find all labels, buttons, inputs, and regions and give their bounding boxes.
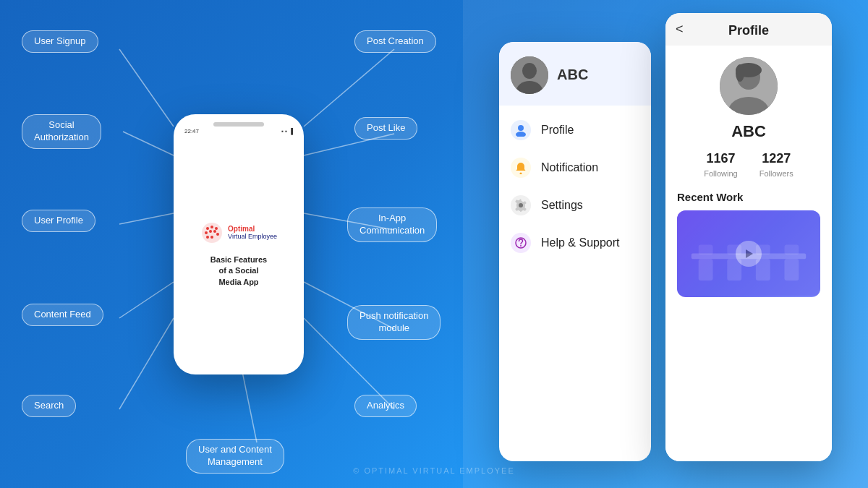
profile-name: ABC: [731, 122, 766, 141]
menu-card-header: ABC: [499, 42, 651, 106]
profile-following-count: 1167: [704, 151, 737, 166]
profile-followers: 1227 Followers: [760, 151, 793, 179]
menu-avatar: [511, 56, 548, 94]
profile-following-label: Following: [704, 169, 737, 178]
profile-avatar-image: [720, 57, 778, 115]
settings-icon: [511, 195, 531, 215]
svg-point-13: [210, 226, 213, 228]
svg-point-18: [206, 236, 209, 239]
brand-logo-icon: [200, 221, 224, 244]
svg-point-14: [215, 227, 218, 230]
menu-card: ABC Profile Notification Settings: [499, 42, 651, 461]
svg-rect-38: [727, 259, 741, 281]
phone-icons: ▪ ▪ ▐: [281, 128, 293, 134]
menu-item-profile-label: Profile: [541, 124, 574, 137]
phone-main-title: Basic Features of a Social Media App: [210, 254, 267, 288]
menu-items: Profile Notification Settings Help & Sup…: [499, 106, 651, 267]
feature-post-creation: Post Creation: [354, 30, 436, 53]
menu-item-help[interactable]: Help & Support: [511, 233, 639, 253]
profile-stats: 1167 Following 1227 Followers: [704, 151, 793, 179]
phone-mockup: 22:47 ▪ ▪ ▐: [174, 114, 304, 374]
menu-item-notification[interactable]: Notification: [511, 158, 639, 178]
menu-item-help-label: Help & Support: [541, 236, 620, 249]
notification-icon: [511, 158, 531, 178]
menu-avatar-image: [511, 56, 548, 94]
feature-post-like: Post Like: [354, 117, 417, 140]
profile-followers-count: 1227: [760, 151, 793, 166]
feature-user-profile: User Profile: [22, 210, 95, 232]
profile-avatar: [720, 57, 778, 115]
svg-rect-42: [727, 244, 741, 254]
menu-item-settings-label: Settings: [541, 199, 583, 212]
feature-content-feed: Content Feed: [22, 304, 103, 326]
profile-icon: [511, 120, 531, 140]
svg-line-0: [119, 49, 174, 127]
svg-point-29: [520, 245, 522, 247]
feature-social-auth: SocialAuthorization: [22, 114, 101, 149]
profile-following: 1167 Following: [704, 151, 737, 179]
feature-map: User Signup SocialAuthorization User Pro…: [0, 0, 477, 488]
svg-rect-39: [756, 259, 770, 281]
svg-line-3: [119, 282, 174, 318]
svg-rect-41: [699, 244, 713, 254]
profile-recent-work-title: Recent Work: [677, 191, 820, 203]
help-icon: [511, 233, 531, 253]
svg-point-19: [210, 236, 213, 239]
brand-name: Optimal: [228, 225, 277, 233]
svg-point-12: [206, 227, 209, 230]
feature-search: Search: [22, 395, 76, 417]
svg-rect-37: [699, 259, 713, 281]
svg-point-24: [518, 125, 524, 131]
feature-in-app-comm: In-AppCommunication: [347, 207, 437, 242]
profile-back-button[interactable]: <: [676, 22, 684, 37]
svg-point-15: [205, 231, 208, 234]
svg-point-20: [216, 233, 219, 236]
right-section: ABC Profile Notification Settings: [463, 0, 868, 488]
svg-point-25: [516, 132, 526, 137]
phone-notch: [213, 122, 264, 127]
svg-point-26: [520, 172, 522, 174]
profile-title: Profile: [728, 23, 769, 38]
svg-rect-43: [756, 244, 770, 254]
svg-rect-40: [784, 259, 799, 281]
phone-content: Optimal Virtual Employee Basic Features …: [176, 137, 302, 372]
profile-card: < Profile ABC 1167 Following: [665, 13, 832, 461]
phone-status-bar: 22:47 ▪ ▪ ▐: [176, 128, 302, 137]
profile-card-header: < Profile: [665, 13, 832, 46]
svg-line-5: [304, 49, 394, 127]
svg-point-22: [522, 63, 537, 79]
watermark: © OPTIMAL VIRTUAL EMPLOYEE: [353, 466, 515, 475]
work-bg-image: [677, 210, 820, 296]
feature-user-content-mgmt: User and ContentManagement: [186, 439, 284, 474]
menu-item-profile[interactable]: Profile: [511, 120, 639, 140]
profile-followers-label: Followers: [760, 169, 793, 178]
svg-line-4: [119, 318, 174, 409]
svg-line-2: [119, 213, 174, 224]
profile-work-thumbnail[interactable]: [677, 210, 820, 297]
svg-point-34: [736, 64, 744, 82]
menu-item-notification-label: Notification: [541, 161, 598, 174]
phone-time: 22:47: [184, 128, 199, 134]
brand-sub: Virtual Employee: [228, 233, 277, 240]
svg-point-17: [213, 230, 216, 233]
feature-push-notif: Push notificationmodule: [347, 305, 441, 340]
feature-analytics: Analytics: [354, 395, 417, 417]
menu-item-settings[interactable]: Settings: [511, 195, 639, 215]
svg-line-1: [123, 132, 174, 155]
svg-point-16: [209, 230, 212, 233]
svg-rect-44: [784, 244, 799, 254]
menu-user-name: ABC: [557, 67, 588, 83]
profile-card-body: ABC 1167 Following 1227 Followers Recent…: [665, 46, 832, 461]
feature-user-signup: User Signup: [22, 30, 98, 53]
